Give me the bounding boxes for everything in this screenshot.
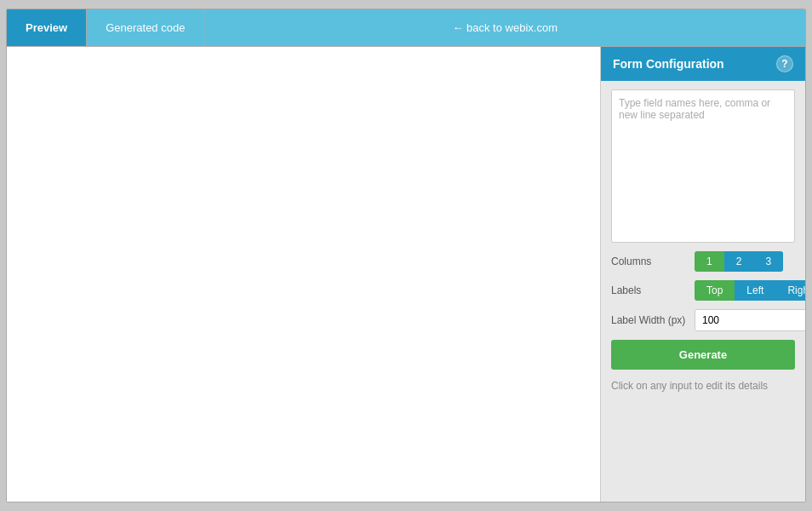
panel-body: Columns 1 2 3 Labels Top Left Right <box>601 81 805 400</box>
label-width-label: Label Width (px) <box>611 314 688 326</box>
back-to-webix-link[interactable]: ← back to webix.com <box>204 9 805 46</box>
right-panel: Form Configuration ? Columns 1 2 3 <box>601 47 805 502</box>
panel-header: Form Configuration ? <box>601 47 805 81</box>
label-width-input[interactable] <box>695 309 805 331</box>
panel-title: Form Configuration <box>613 57 724 71</box>
header-bar: Preview Generated code ← back to webix.c… <box>7 9 805 47</box>
field-names-textarea[interactable] <box>611 89 795 243</box>
columns-btn-1[interactable]: 1 <box>695 251 724 272</box>
labels-btn-left[interactable]: Left <box>735 280 775 301</box>
labels-btn-right[interactable]: Right <box>775 280 805 301</box>
helper-text: Click on any input to edit its details <box>611 380 795 392</box>
columns-btn-3[interactable]: 3 <box>753 251 783 272</box>
preview-area <box>7 47 601 502</box>
labels-row: Labels Top Left Right <box>611 280 795 301</box>
help-icon[interactable]: ? <box>776 55 793 72</box>
generate-button[interactable]: Generate <box>611 340 795 370</box>
labels-btn-top[interactable]: Top <box>695 280 735 301</box>
tab-preview[interactable]: Preview <box>7 9 87 46</box>
columns-btn-group: 1 2 3 <box>695 251 783 272</box>
app-container: Preview Generated code ← back to webix.c… <box>6 9 806 502</box>
columns-btn-2[interactable]: 2 <box>724 251 754 272</box>
columns-label: Columns <box>611 256 688 267</box>
label-width-row: Label Width (px) <box>611 309 795 331</box>
labels-label: Labels <box>611 284 688 296</box>
tab-generated[interactable]: Generated code <box>87 9 204 46</box>
labels-btn-group: Top Left Right <box>695 280 805 301</box>
main-content: Form Configuration ? Columns 1 2 3 <box>7 47 805 502</box>
columns-row: Columns 1 2 3 <box>611 251 795 272</box>
